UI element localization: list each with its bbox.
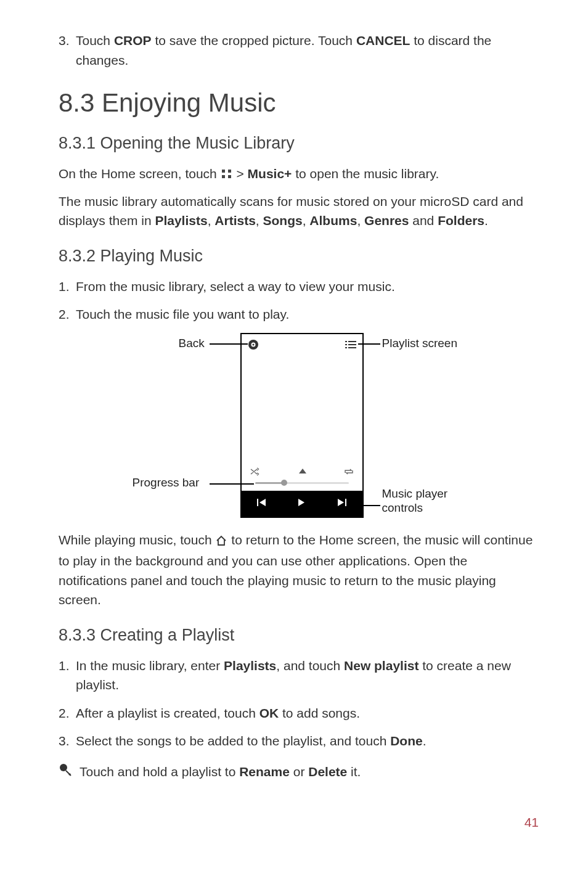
txt: , and touch: [276, 658, 344, 673]
paragraph: The music library automatically scans fo…: [59, 192, 539, 231]
bold: Playlists: [224, 658, 276, 673]
svg-rect-7: [345, 341, 347, 342]
play-icon: [298, 499, 305, 508]
svg-rect-10: [348, 344, 356, 345]
txt: Touch and hold a playlist to: [80, 764, 239, 779]
step-2: 2. After a playlist is created, touch OK…: [59, 703, 539, 723]
svg-rect-11: [345, 347, 347, 348]
phone-outline: [240, 333, 364, 518]
heading-8-3: 8.3 Enjoying Music: [59, 88, 539, 118]
txt: to save the cropped picture. Touch: [152, 33, 356, 47]
connector-line: [358, 343, 380, 345]
next-icon: [337, 499, 346, 508]
bold: Delete: [308, 764, 347, 779]
svg-rect-1: [228, 170, 231, 173]
txt: Select the songs to be added to the play…: [76, 734, 390, 748]
txt: >: [236, 166, 247, 181]
label-playlist-screen: Playlist screen: [382, 337, 458, 350]
svg-rect-8: [348, 341, 356, 342]
bold: Done: [390, 734, 423, 748]
bold: Rename: [239, 764, 290, 779]
bold: New playlist: [344, 658, 419, 673]
txt: .: [484, 213, 488, 227]
svg-rect-3: [228, 175, 231, 178]
txt: Touch: [76, 33, 114, 47]
step-number: 1.: [59, 656, 76, 695]
music-player-diagram: Back Playlist screen Progress bar Music …: [114, 333, 484, 524]
label-back: Back: [179, 337, 205, 350]
txt: ,: [357, 213, 364, 227]
step-text: Select the songs to be added to the play…: [76, 731, 539, 751]
bold: CROP: [114, 33, 152, 47]
step-number: 2.: [59, 305, 76, 324]
bold: Artists: [214, 213, 256, 227]
bold: Genres: [364, 213, 409, 227]
step-1: 1. From the music library, select a way …: [59, 277, 539, 297]
step-text: Touch CROP to save the cropped picture. …: [76, 31, 539, 70]
txt: ,: [208, 213, 215, 227]
bold: Music+: [248, 166, 292, 181]
tip-text: Touch and hold a playlist to Rename or D…: [80, 762, 539, 782]
txt: or: [290, 764, 308, 779]
heading-8-3-1: 8.3.1 Opening the Music Library: [59, 134, 539, 153]
txt: to open the music library.: [292, 166, 439, 181]
txt: and: [409, 213, 438, 227]
svg-rect-2: [222, 175, 225, 178]
tip-note: Touch and hold a playlist to Rename or D…: [59, 762, 539, 782]
heading-8-3-2: 8.3.2 Playing Music: [59, 247, 539, 266]
txt: ,: [256, 213, 263, 227]
txt: ,: [303, 213, 310, 227]
shuffle-icon: [250, 467, 260, 478]
repeat-icon: [344, 467, 354, 478]
album-art-area: [242, 355, 362, 465]
paragraph: On the Home screen, touch > Music+ to op…: [59, 164, 539, 186]
txt: On the Home screen, touch: [59, 166, 221, 181]
connector-line: [210, 343, 248, 345]
txt: it.: [347, 764, 361, 779]
bold: OK: [259, 706, 279, 720]
step-number: 3.: [59, 31, 76, 70]
step-text: Touch the music file you want to play.: [76, 305, 539, 324]
bold: Songs: [263, 213, 303, 227]
player-topbar: [242, 334, 362, 355]
label-controls: controls: [382, 501, 423, 515]
step-number: 1.: [59, 277, 76, 297]
txt: After a playlist is created, touch: [76, 706, 259, 720]
step-text: In the music library, enter Playlists, a…: [76, 656, 539, 695]
back-disc-icon: [248, 339, 259, 353]
svg-rect-0: [222, 170, 225, 173]
progress-row: [242, 466, 362, 491]
svg-rect-17: [345, 499, 346, 506]
previous-icon: [257, 499, 267, 508]
apps-grid-icon: [221, 166, 233, 186]
page-number: 41: [59, 815, 539, 830]
step-3: 3. Select the songs to be added to the p…: [59, 731, 539, 751]
bold: Folders: [438, 213, 484, 227]
label-progress-bar: Progress bar: [133, 476, 200, 490]
svg-point-18: [60, 764, 67, 771]
svg-rect-12: [348, 347, 356, 348]
heading-8-3-3: 8.3.3 Creating a Playlist: [59, 626, 539, 645]
step-3-crop: 3. Touch CROP to save the cropped pictur…: [59, 31, 539, 70]
txt: In the music library, enter: [76, 658, 224, 673]
bold: CANCEL: [356, 33, 410, 47]
document-page: 3. Touch CROP to save the cropped pictur…: [0, 0, 588, 848]
svg-rect-13: [257, 499, 258, 506]
progress-track: [255, 482, 349, 484]
bold: Albums: [309, 213, 357, 227]
paragraph: While playing music, touch to return to …: [59, 530, 539, 610]
label-music-player: Music player: [382, 487, 448, 501]
connector-line: [354, 505, 380, 506]
svg-point-6: [252, 343, 254, 345]
svg-marker-14: [259, 499, 266, 506]
progress-thumb: [281, 480, 287, 486]
home-icon: [215, 532, 227, 552]
step-text: From the music library, select a way to …: [76, 277, 539, 297]
svg-marker-16: [338, 499, 344, 506]
triangle-up-icon: [299, 469, 306, 473]
tip-icon: [59, 762, 80, 782]
bold: Playlists: [155, 213, 207, 227]
step-1: 1. In the music library, enter Playlists…: [59, 656, 539, 695]
txt: While playing music, touch: [59, 533, 215, 547]
step-text: After a playlist is created, touch OK to…: [76, 703, 539, 723]
